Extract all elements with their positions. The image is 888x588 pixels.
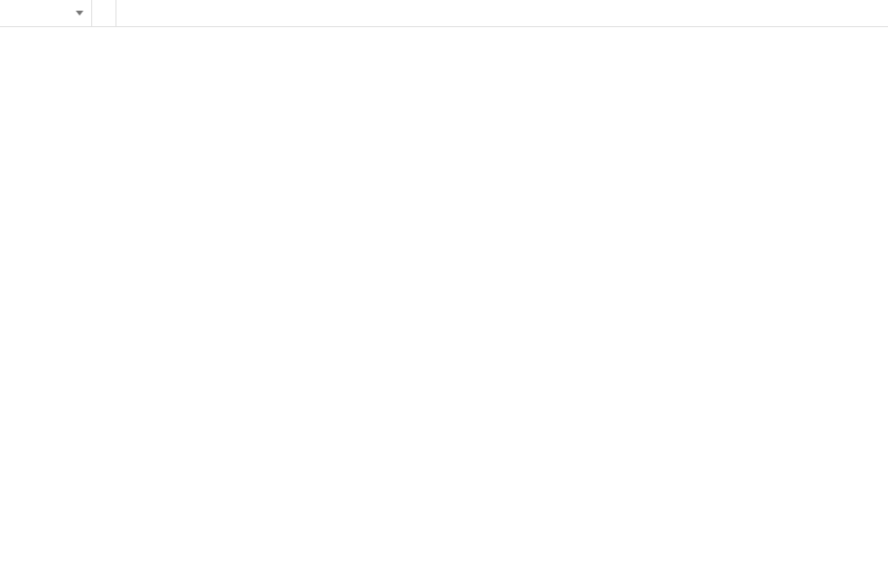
formula-bar <box>0 0 888 27</box>
chevron-down-icon <box>76 11 83 16</box>
name-box[interactable] <box>0 0 92 26</box>
fx-icon <box>92 0 116 26</box>
formula-input[interactable] <box>116 0 888 26</box>
